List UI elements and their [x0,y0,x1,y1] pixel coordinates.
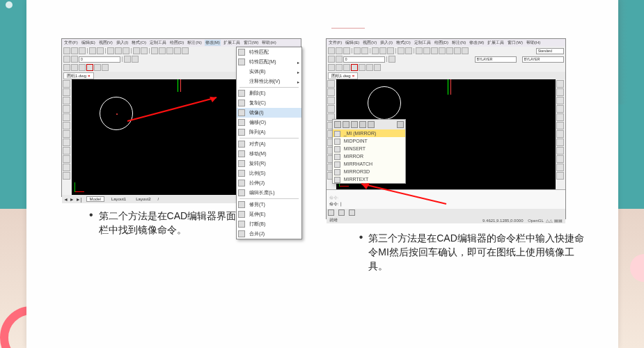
layout-tab[interactable]: Layout2 [133,197,153,201]
close-icon[interactable]: × [352,74,355,78]
command-autocomplete[interactable]: _MI (MIRROR) MIDPOINTMINSERTMIRRORMIRRHA… [332,119,406,184]
paste-icon[interactable] [123,47,129,54]
filter-icon[interactable] [351,121,358,128]
line-icon[interactable] [63,80,70,88]
menu-insert[interactable]: 插入(I) [116,40,129,46]
dropdown-item[interactable]: 打断(B) [237,219,301,229]
dropdown-item[interactable]: 移动(M) [237,149,301,159]
menu-bar[interactable]: 文件(F) 编辑(E) 视图(V) 插入(I) 格式(O) 定制工具 绘图(D)… [62,39,301,47]
extend-icon[interactable] [556,155,564,163]
dropdown-item[interactable]: 镜像(I) [237,108,301,118]
bylayer-dropdown[interactable]: BYLAYER [522,56,564,63]
menu-view[interactable]: 视图(V) [98,40,113,46]
dropdown-item[interactable]: 拉伸(J) [237,178,301,188]
menu-custom[interactable]: 定制工具 [414,40,432,46]
arc-icon[interactable] [327,88,335,96]
dropdown-item[interactable]: 注释性比例(V)▸ [237,77,301,86]
save-icon[interactable] [79,47,86,54]
scale-icon[interactable] [556,139,564,146]
dropdown-item[interactable]: 偏移(O) [237,118,301,127]
menu-custom[interactable]: 定制工具 [149,40,167,46]
grid-icon[interactable] [343,121,350,128]
close-icon[interactable] [397,121,404,128]
file-tab[interactable]: 图纸1.dwg× [63,72,94,79]
rect-icon[interactable] [327,105,335,113]
prop-icon[interactable] [132,56,139,63]
print-icon[interactable] [89,47,96,54]
redo-icon[interactable] [141,47,148,54]
autocomplete-item[interactable]: MIDPOINT [333,137,405,145]
tool-icon[interactable] [63,64,70,71]
menu-file[interactable]: 文件(F) [63,40,79,46]
layout-tab[interactable]: Layout1 [109,197,129,201]
menu-dim[interactable]: 标注(N) [451,40,466,46]
dropdown-item[interactable]: 旋转(R) [237,159,301,168]
tool-icon[interactable] [159,47,166,54]
close-icon[interactable]: × [88,74,91,78]
standard-dropdown[interactable]: Standard [536,48,564,54]
tool-icon[interactable] [94,64,101,71]
open-icon[interactable] [336,47,343,54]
tool-icon[interactable] [174,47,181,54]
menu-edit[interactable]: 编辑(E) [81,40,96,46]
ellipse-icon[interactable] [63,130,70,138]
menu-draw[interactable]: 绘图(D) [169,40,184,46]
line-icon[interactable] [327,80,335,88]
layer-icon[interactable] [71,56,78,63]
tool-icon[interactable] [166,47,173,54]
save-icon[interactable] [343,47,350,54]
tool-icon[interactable] [79,64,86,71]
bylayer-dropdown[interactable]: BYLAYER [475,56,517,63]
erase-icon[interactable] [556,80,564,88]
tool-icon[interactable] [351,64,358,71]
polyline-icon[interactable] [63,113,70,121]
copy-icon[interactable] [379,47,386,54]
block-icon[interactable] [63,164,70,171]
text-icon[interactable] [63,147,70,155]
menu-format[interactable]: 格式(O) [395,40,411,46]
pin-icon[interactable] [368,121,375,128]
menu-modify[interactable]: 修改(M) [205,40,221,46]
circle-icon[interactable] [327,97,335,104]
move-icon[interactable] [556,122,564,129]
dropdown-item[interactable]: 比例(S) [237,168,301,178]
dropdown-item[interactable]: 特性匹配(M)▸ [237,57,301,67]
layer-dropdown[interactable]: 0 [79,56,120,63]
dropdown-item[interactable]: 阵列(A) [237,127,301,137]
autocomplete-item[interactable]: MIRROR [333,152,405,160]
dropdown-item[interactable]: 复制(C) [237,98,301,108]
arc-icon[interactable] [63,88,70,96]
tool-icon[interactable] [366,64,373,71]
menu-window[interactable]: 窗口(W) [243,40,260,46]
redo-icon[interactable] [405,47,412,54]
break-icon[interactable] [556,164,564,171]
autocomplete-item[interactable]: MINSERT [333,145,405,152]
copy-icon[interactable] [556,88,564,96]
layer-icon[interactable] [328,56,335,63]
tool-icon[interactable] [446,47,453,54]
rect-icon[interactable] [63,105,70,113]
array-icon[interactable] [556,113,564,121]
menu-modify[interactable]: 修改(M) [469,40,485,46]
mirror-icon[interactable] [556,97,564,104]
tool-icon[interactable] [336,64,343,71]
autocomplete-item[interactable]: MIRROR3D [333,168,405,175]
cut-icon[interactable] [372,47,379,54]
tool-icon[interactable] [182,47,189,54]
preview-icon[interactable] [97,47,104,54]
tool-icon[interactable] [454,47,461,54]
tool-icon[interactable] [343,64,350,71]
dropdown-item[interactable]: 合并(J) [237,229,301,239]
circle-icon[interactable] [63,97,70,104]
menu-format[interactable]: 格式(O) [131,40,147,46]
autocomplete-item[interactable]: _MI (MIRROR) [333,129,405,137]
tool-icon[interactable] [462,47,469,54]
prop-icon[interactable] [388,56,395,63]
print-icon[interactable] [354,47,361,54]
tool-icon[interactable] [431,47,438,54]
new-icon[interactable] [63,47,70,54]
menu-help[interactable]: 帮助(H) [526,40,541,46]
offset-icon[interactable] [556,105,564,113]
autocomplete-item[interactable]: MIRRHATCH [333,160,405,168]
menu-dim[interactable]: 标注(N) [187,40,202,46]
